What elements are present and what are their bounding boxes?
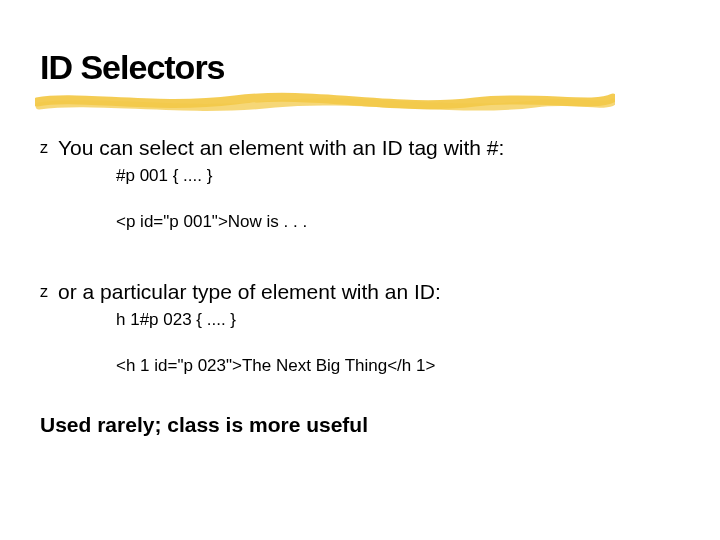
bullet-icon: z (40, 279, 58, 305)
code-line: <h 1 id="p 023">The Next Big Thing</h 1> (116, 355, 680, 377)
bullet-item: z You can select an element with an ID t… (40, 135, 680, 161)
slide: ID Selectors z You can select an element… (0, 0, 720, 540)
bullet-item: z or a particular type of element with a… (40, 279, 680, 305)
title-underline-decoration (35, 88, 615, 112)
footer-note: Used rarely; class is more useful (40, 413, 680, 437)
bullet-text: You can select an element with an ID tag… (58, 135, 504, 161)
slide-body: z You can select an element with an ID t… (40, 135, 680, 437)
slide-title: ID Selectors (40, 48, 680, 87)
code-line: #p 001 { .... } (116, 165, 680, 187)
code-line: h 1#p 023 { .... } (116, 309, 680, 331)
bullet-icon: z (40, 135, 58, 161)
code-line: <p id="p 001">Now is . . . (116, 211, 680, 233)
bullet-text: or a particular type of element with an … (58, 279, 441, 305)
